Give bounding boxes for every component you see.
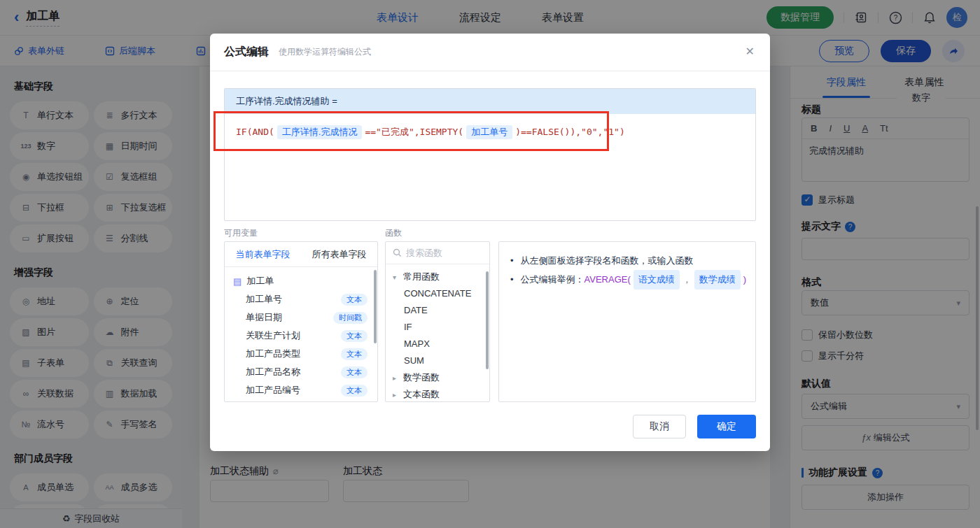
chevron-right-icon: ▸ (393, 374, 400, 382)
confirm-button[interactable]: 确定 (697, 415, 756, 438)
formula-code-area[interactable]: IF(AND(工序详情.完成情况=="已完成",ISEMPTY(加工单号)==F… (225, 114, 755, 150)
field-chip[interactable]: 加工单号 (466, 125, 512, 139)
modal-title: 公式编辑 (224, 45, 269, 59)
variable-row[interactable]: 加工产品名称文本 (225, 363, 377, 381)
function-group-common[interactable]: ▾ 常用函数 (386, 269, 489, 285)
field-chip: 数学成绩 (694, 270, 741, 290)
function-group-math[interactable]: ▸ 数学函数 (386, 369, 489, 386)
tab-current-form-fields[interactable]: 当前表单字段 (225, 248, 301, 261)
field-chip: 语文成绩 (634, 270, 680, 290)
field-chip[interactable]: 工序详情.完成情况 (277, 125, 363, 139)
chevron-down-icon: ▾ (393, 273, 400, 281)
formula-target: 工序详情.完成情况辅助 = (225, 89, 755, 114)
type-badge: 文本 (341, 366, 368, 378)
scrollbar-thumb[interactable] (374, 270, 377, 343)
form-doc-icon: ▤ (233, 276, 241, 287)
example-function: AVERAGE( (584, 274, 631, 285)
formula-editor-modal: 公式编辑 使用数学运算符编辑公式 ✕ 工序详情.完成情况辅助 = IF(AND(… (210, 34, 770, 451)
function-item[interactable]: IF (386, 319, 489, 336)
type-badge: 文本 (341, 330, 368, 342)
formula-code-segment: IF(AND( (236, 127, 274, 137)
type-badge: 文本 (341, 385, 368, 397)
function-search-input[interactable] (406, 248, 476, 258)
functions-label: 函数 (385, 227, 402, 239)
tab-all-form-fields[interactable]: 所有表单字段 (301, 248, 377, 261)
formula-editor: 工序详情.完成情况辅助 = IF(AND(工序详情.完成情况=="已完成",IS… (224, 88, 756, 221)
cancel-button[interactable]: 取消 (633, 415, 686, 438)
functions-panel: ▾ 常用函数 CONCATENATE DATE IF MAPX SUM ▸ 数学… (385, 241, 490, 402)
variable-row[interactable]: 单据日期时间戳 (225, 308, 377, 327)
type-badge: 文本 (341, 348, 368, 360)
variable-row[interactable]: 加工单号文本 (225, 290, 377, 308)
variable-row[interactable]: 加工产品类型文本 (225, 345, 377, 363)
variables-label: 可用变量 (224, 227, 258, 239)
close-icon[interactable]: ✕ (746, 45, 755, 58)
form-node[interactable]: ▤ 加工单 (225, 267, 377, 290)
function-group-text[interactable]: ▸ 文本函数 (386, 386, 489, 402)
modal-header: 公式编辑 使用数学运算符编辑公式 ✕ (210, 34, 770, 71)
type-badge: 时间戳 (333, 312, 368, 324)
function-item[interactable]: MAPX (386, 336, 489, 352)
variables-tabs: 当前表单字段 所有表单字段 (225, 242, 377, 267)
app-window: ‹ 加工单 表单设计 流程设定 表单设置 数据管理 ? 检 (0, 0, 980, 528)
variable-row[interactable]: 加工产品编号文本 (225, 381, 377, 399)
formula-code-segment: =="已完成",ISEMPTY( (365, 127, 463, 137)
modal-footer: 取消 确定 (633, 415, 756, 438)
function-item[interactable]: SUM (386, 352, 489, 369)
type-badge: 文本 (341, 294, 368, 306)
scrollbar-thumb[interactable] (486, 271, 489, 369)
variable-row[interactable]: 关联生产计划文本 (225, 327, 377, 345)
function-search[interactable] (386, 242, 489, 264)
formula-code-segment: )==FALSE()),"0","1") (515, 127, 625, 137)
help-panel: 从左侧面板选择字段名和函数，或输入函数 公式编辑举例：AVERAGE(语文成绩，… (498, 241, 756, 402)
search-icon (393, 248, 402, 257)
function-item[interactable]: CONCATENATE (386, 285, 489, 302)
chevron-right-icon: ▸ (393, 391, 400, 399)
help-example: 公式编辑举例：AVERAGE(语文成绩，数学成绩) (510, 270, 744, 290)
help-tip: 从左侧面板选择字段名和函数，或输入函数 (510, 252, 744, 270)
function-item[interactable]: DATE (386, 302, 489, 319)
variables-panel: 当前表单字段 所有表单字段 ▤ 加工单 加工单号文本 单据日期时间戳 关联生产计… (224, 241, 378, 402)
modal-subtitle: 使用数学运算符编辑公式 (279, 46, 371, 58)
